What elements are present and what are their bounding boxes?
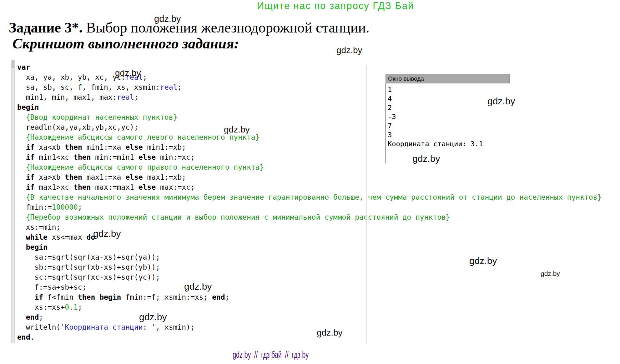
code-segment-pl: .	[30, 333, 35, 341]
code-line: end.	[17, 332, 602, 342]
code-segment-pl: ;	[225, 293, 229, 301]
code-segment-num: 100000	[52, 203, 78, 211]
code-segment-kw: else	[125, 173, 143, 181]
code-segment-num: 0.1	[65, 303, 78, 311]
code-segment-kw: if	[34, 293, 43, 301]
code-line: if xa>xb then max1:=xa else max1:=xb;	[17, 172, 602, 182]
code-segment-pl: min:=min1	[91, 153, 138, 161]
output-line: -3	[388, 112, 517, 121]
gdzby-watermark: gdz.by	[115, 68, 141, 78]
code-segment-cm: {Нахождение абсциссы самого правого насе…	[17, 163, 264, 171]
code-segment-kw: end	[212, 293, 225, 301]
code-segment-kw: end	[17, 333, 30, 341]
output-line: 3	[388, 130, 517, 139]
code-segment-pl	[17, 143, 26, 151]
output-line: 7	[388, 121, 517, 130]
code-segment-kw: then	[65, 173, 82, 181]
code-segment-cm: {Ввод координат населенных пунктов}	[17, 113, 177, 121]
code-segment-pl: , xsmin);	[156, 323, 195, 331]
code-segment-pl: xs:=xs+	[17, 303, 65, 311]
task-text: Выбор положения железнодорожной станции.	[83, 20, 370, 36]
code-segment-pl: ;	[78, 203, 82, 211]
code-segment-pl: min1<xc	[34, 153, 73, 161]
code-segment-pl: min1, min, max1, max:	[17, 93, 117, 101]
code-segment-pl	[17, 153, 26, 161]
code-line: if max1>xc then max:=max1 else max:=xc;	[17, 182, 602, 192]
gdzby-watermark: gdz.by	[487, 96, 515, 107]
code-segment-pl: max:=max1	[91, 183, 138, 191]
code-segment-kw: end	[26, 313, 39, 321]
code-line: xa, ya, xb, yb, xc, yc:real;	[17, 72, 602, 82]
code-segment-kw: while	[26, 233, 48, 241]
code-segment-pl: ;	[143, 73, 147, 81]
page: Ищите нас по запросу ГДЗ Бай Задание 3*.…	[0, 0, 620, 364]
gdzby-watermark: gdz.by	[93, 228, 121, 239]
page-title: Задание 3*. Выбор положения железнодорож…	[9, 19, 370, 36]
code-segment-pl: xa<xb	[34, 143, 65, 151]
promo-text: Ищите нас по запросу ГДЗ Бай	[257, 0, 414, 12]
code-line: end;	[17, 312, 602, 322]
code-segment-pl	[17, 313, 26, 321]
code-line: begin	[17, 242, 602, 252]
code-segment-ty: real	[117, 93, 134, 101]
code-line: {Нахождение абсциссы самого правого насе…	[17, 162, 602, 172]
code-segment-pl: xa, ya, xb, yb, xc, yc:	[17, 73, 125, 81]
code-segment-pl: min1:=xb;	[143, 143, 186, 151]
code-panel-border	[366, 65, 367, 343]
code-segment-pl: writeln(	[17, 323, 60, 331]
code-segment-pl: fmin:=f; xsmin:=xs;	[121, 293, 212, 301]
code-segment-pl: xa>xb	[34, 173, 65, 181]
output-window-header: Окно вывода	[386, 74, 510, 83]
gdzby-watermark: gdz.by	[336, 45, 362, 55]
code-segment-kw: else	[139, 183, 156, 191]
code-segment-pl	[17, 243, 26, 251]
code-line: sb:=sqrt(sqr(xb-xs)+sqr(yb));	[17, 262, 602, 272]
code-segment-pl: sc:=sqrt(sqr(xc-xs)+sqr(yc));	[17, 273, 160, 281]
code-segment-kw: then	[73, 153, 91, 161]
code-segment-pl: readln(xa,ya,xb,yb,xc,yc);	[17, 123, 139, 131]
code-segment-pl: xs<=max	[48, 233, 87, 241]
code-segment-cm: {Перебор возможных положений станции и в…	[17, 213, 450, 221]
gdzby-watermark: gdz.by	[184, 281, 212, 292]
code-segment-cm: {В качестве начального значения минимума…	[17, 193, 602, 201]
gdzby-watermark: gdz.by	[154, 14, 181, 24]
code-segment-pl: max1:=xa	[82, 173, 125, 181]
code-segment-pl: sa:=sqrt(sqr(xa-xs)+sqr(ya));	[17, 253, 160, 261]
code-segment-pl: max1>xc	[34, 183, 73, 191]
code-segment-kw: if	[26, 153, 35, 161]
footer-text: gdz by // гдз бай // гдз by	[233, 349, 309, 360]
code-segment-pl: min:=xc;	[156, 153, 195, 161]
code-line: xs:=xs+0.1;	[17, 302, 602, 312]
code-segment-kw: var	[17, 63, 30, 71]
code-segment-pl: ;	[177, 83, 182, 91]
gdzby-watermark: gdz.by	[469, 256, 497, 266]
code-segment-kw: then	[73, 183, 91, 191]
code-scrollbar[interactable]	[11, 60, 15, 343]
code-segment-kw: begin	[99, 293, 121, 301]
code-scrollbar-thumb[interactable]	[12, 60, 14, 68]
code-segment-pl: min1:=xa	[82, 143, 125, 151]
task-number: Задание 3*.	[9, 20, 83, 36]
code-line: fmin:=100000;	[17, 202, 602, 212]
code-segment-pl	[17, 183, 26, 191]
gdzby-watermark: gdz.by	[317, 328, 343, 338]
code-line: f:=sa+sb+sc;	[17, 282, 602, 292]
code-segment-kw: if	[26, 143, 35, 151]
code-line: {Перебор возможных положений станции и в…	[17, 212, 602, 222]
code-segment-pl: sa, sb, sc, f, fmin, xs, xsmin:	[17, 83, 160, 91]
code-segment-ty: real	[160, 83, 177, 91]
code-segment-pl	[17, 173, 26, 181]
code-segment-pl: f<fmin	[43, 293, 78, 301]
subtitle: Скриншот выполненного задания:	[13, 35, 239, 52]
code-segment-pl: ;	[39, 313, 43, 321]
code-line: sc:=sqrt(sqr(xc-xs)+sqr(yc));	[17, 272, 602, 282]
code-segment-kw: if	[26, 173, 35, 181]
output-line: Координата станции: 3.1	[388, 139, 517, 148]
code-segment-pl: fmin:=	[17, 203, 52, 211]
code-segment-pl: ;	[134, 93, 139, 101]
code-line: sa:=sqrt(sqr(xa-xs)+sqr(ya));	[17, 252, 602, 262]
code-segment-kw: then	[65, 143, 82, 151]
code-segment-pl: xs:=min;	[17, 223, 60, 231]
code-line: writeln('Координата станции: ', xsmin);	[17, 322, 602, 332]
code-segment-pl: ;	[78, 303, 82, 311]
